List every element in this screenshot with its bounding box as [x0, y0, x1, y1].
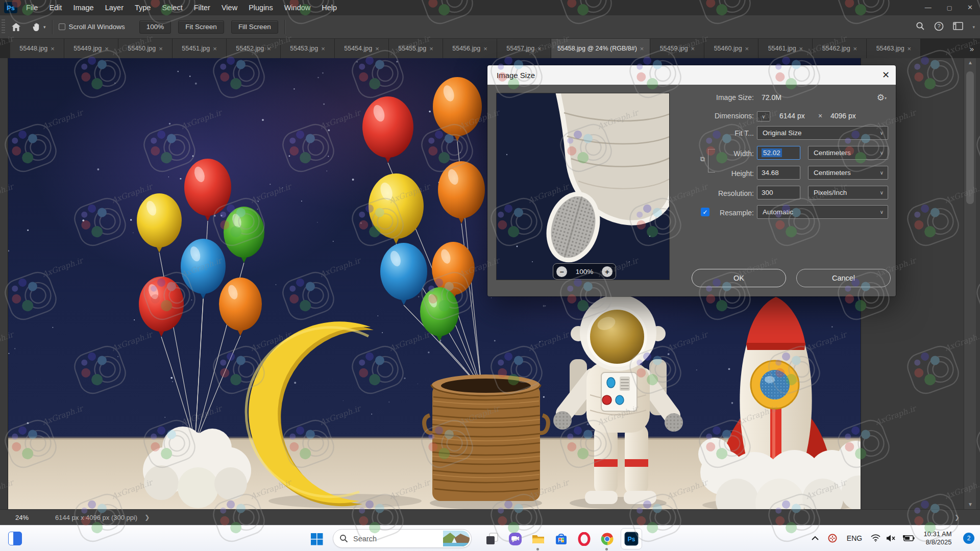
close-icon[interactable]: ×	[375, 45, 379, 53]
document-tab[interactable]: 55455.jpg ×	[389, 39, 443, 58]
checkbox-unchecked[interactable]	[59, 23, 65, 30]
hand-tool-icon[interactable]	[31, 22, 41, 32]
size-preview[interactable]: − 100% +	[496, 93, 670, 280]
menu-item[interactable]: Plugins	[243, 0, 279, 15]
menu-item[interactable]: File	[20, 0, 43, 15]
chat-icon[interactable]	[506, 530, 524, 548]
home-icon[interactable]	[11, 22, 21, 32]
gear-icon[interactable]: ⚙▾	[877, 92, 887, 103]
document-tab[interactable]: 55450.jpg ×	[118, 39, 173, 58]
menu-item[interactable]: Filter	[188, 0, 216, 15]
menu-item[interactable]: Layer	[100, 0, 129, 15]
resolution-unit-select[interactable]: Pixels/Inch∨	[808, 186, 888, 199]
document-tab[interactable]: 55449.jpg ×	[64, 39, 118, 58]
cancel-button[interactable]: Cancel	[796, 269, 891, 287]
height-unit-select[interactable]: Centimeters∨	[808, 166, 888, 180]
close-icon[interactable]: ×	[267, 45, 271, 53]
document-tab[interactable]: 55454.jpg ×	[335, 39, 389, 58]
minimize-icon[interactable]: —	[925, 0, 932, 15]
language-indicator[interactable]: ENG	[841, 534, 868, 542]
document-tab[interactable]: 55459.jpg ×	[650, 39, 704, 58]
opera-icon[interactable]	[575, 530, 593, 548]
close-icon[interactable]: ×	[429, 45, 433, 53]
close-icon[interactable]: ×	[51, 45, 55, 53]
photoshop-taskbar-icon[interactable]: Ps	[622, 530, 641, 548]
scroll-up-icon[interactable]: ▲	[964, 58, 976, 67]
scrollbar-thumb[interactable]	[966, 71, 974, 204]
scroll-down-icon[interactable]: ▼	[964, 500, 976, 509]
volume-muted-icon[interactable]	[883, 534, 899, 542]
close-window-icon[interactable]: ✕	[967, 0, 973, 15]
document-tab[interactable]: 55461.jpg ×	[758, 39, 813, 58]
chevron-down-icon[interactable]: ▾	[43, 24, 46, 30]
close-icon[interactable]: ×	[799, 45, 803, 53]
close-icon[interactable]: ×	[483, 45, 487, 53]
resolution-input[interactable]: 300	[757, 186, 800, 199]
document-tab[interactable]: 55456.jpg ×	[443, 39, 497, 58]
task-view-icon[interactable]	[483, 530, 501, 548]
tab-overflow-icon[interactable]: »	[970, 39, 973, 58]
ok-button[interactable]: OK	[692, 269, 786, 287]
search-highlight-image[interactable]	[443, 531, 470, 546]
tray-app-icon[interactable]	[824, 534, 841, 543]
zoom-out-icon[interactable]: −	[556, 266, 567, 277]
dimensions-dropdown[interactable]: ∨	[757, 111, 770, 121]
close-icon[interactable]: ×	[691, 45, 695, 53]
close-icon[interactable]: ×	[213, 45, 217, 53]
document-tab[interactable]: 55458.jpg @ 24% (RGB/8#) ×	[551, 39, 650, 58]
notification-badge[interactable]: 2	[958, 533, 980, 544]
tray-chevron-icon[interactable]	[806, 536, 824, 540]
fit-to-select[interactable]: Original Size∨	[757, 126, 888, 140]
start-button[interactable]	[307, 530, 326, 548]
maximize-icon[interactable]: ▢	[947, 0, 952, 15]
close-icon[interactable]: ×	[321, 45, 325, 53]
close-icon[interactable]: ×	[745, 45, 749, 53]
battery-icon[interactable]	[899, 535, 918, 542]
document-tab[interactable]: 55463.jpg ×	[867, 39, 921, 58]
zoom-level-field[interactable]: 24%	[15, 514, 29, 521]
fill-screen-button[interactable]: Fill Screen	[231, 20, 278, 34]
close-icon[interactable]: ×	[537, 45, 542, 53]
taskbar-left-app-icon[interactable]	[8, 532, 22, 545]
workspace-panel-icon[interactable]	[953, 22, 963, 32]
dialog-title-bar[interactable]: Image Size ✕	[487, 65, 896, 85]
close-icon[interactable]: ×	[640, 45, 644, 53]
document-tab[interactable]: 55451.jpg ×	[173, 39, 227, 58]
menu-item[interactable]: Help	[316, 0, 342, 15]
zoom-in-icon[interactable]: +	[602, 266, 612, 277]
document-tab[interactable]: 55452.jpg ×	[227, 39, 281, 58]
search-box[interactable]: Search	[333, 529, 472, 548]
menu-item[interactable]: Type	[129, 0, 156, 15]
wifi-icon[interactable]	[868, 534, 883, 542]
vertical-scrollbar[interactable]: ▲ ▼	[964, 58, 976, 509]
menu-item[interactable]: Window	[279, 0, 316, 15]
help-icon[interactable]: ?	[934, 21, 944, 33]
document-tab[interactable]: 55462.jpg ×	[813, 39, 867, 58]
width-unit-select[interactable]: Centimeters∨	[808, 146, 888, 160]
close-icon[interactable]: ×	[853, 45, 857, 53]
status-right-icon[interactable]: ❯	[954, 514, 960, 521]
chrome-icon[interactable]	[598, 530, 616, 548]
close-icon[interactable]: ✕	[882, 65, 890, 85]
menu-item[interactable]: Image	[67, 0, 99, 15]
chevron-down-icon[interactable]: ▾	[972, 24, 975, 30]
scroll-all-windows-option[interactable]: Scroll All Windows	[59, 23, 125, 31]
menu-item[interactable]: Select	[156, 0, 188, 15]
menu-item[interactable]: View	[216, 0, 243, 15]
document-tab[interactable]: 55457.jpg ×	[497, 39, 551, 58]
document-tab[interactable]: 55453.jpg ×	[281, 39, 335, 58]
close-icon[interactable]: ×	[908, 45, 912, 53]
document-tab[interactable]: 55448.jpg ×	[10, 39, 64, 58]
clock[interactable]: 10:31 AM 8/8/2025	[918, 530, 958, 546]
resample-select[interactable]: Automatic∨	[757, 205, 888, 219]
fit-screen-button[interactable]: Fit Screen	[178, 20, 224, 34]
height-input[interactable]: 34.68	[757, 166, 800, 180]
file-explorer-icon[interactable]	[529, 530, 547, 548]
document-tab[interactable]: 55460.jpg ×	[704, 39, 758, 58]
zoom-100-button[interactable]: 100%	[139, 20, 172, 34]
search-icon[interactable]	[916, 21, 925, 33]
close-icon[interactable]: ×	[105, 45, 109, 53]
menu-item[interactable]: Edit	[43, 0, 67, 15]
microsoft-store-icon[interactable]	[552, 530, 570, 548]
toolbar-grip[interactable]	[2, 19, 5, 35]
